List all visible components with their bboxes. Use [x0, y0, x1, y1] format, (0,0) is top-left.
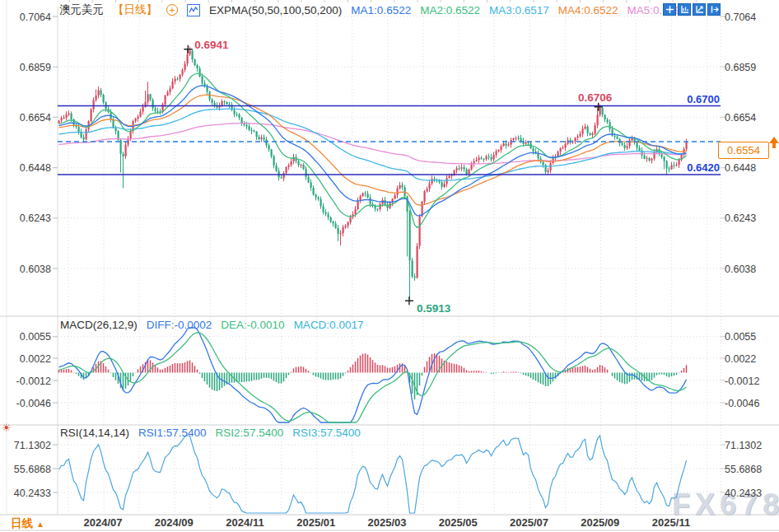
indicator-window-icon[interactable]	[678, 3, 691, 16]
svg-text:-0.0012: -0.0012	[725, 376, 759, 387]
rsi1-value: RSI1:57.5400	[138, 427, 207, 439]
svg-text:0.6654: 0.6654	[20, 112, 51, 124]
ma1-value: MA1:0.6522	[351, 4, 411, 16]
candles-layer	[58, 47, 688, 300]
rsi-legend: RSI(14,14,14) RSI1:57.5400 RSI2:57.5400 …	[60, 427, 361, 439]
svg-text:0.5913: 0.5913	[417, 302, 451, 315]
add-overlay-icon[interactable]: +	[166, 4, 178, 16]
svg-text:0.6038: 0.6038	[20, 264, 51, 275]
svg-text:2025/03: 2025/03	[368, 516, 407, 529]
labels-layer: 0.67000.64200.69410.67060.59130.70640.70…	[14, 12, 779, 530]
svg-text:0.6420: 0.6420	[687, 161, 720, 174]
ma3-value: MA3:0.6517	[489, 4, 549, 16]
rsi2-value: RSI2:57.5400	[216, 427, 284, 439]
svg-text:0.0055: 0.0055	[20, 331, 51, 343]
svg-text:0.6243: 0.6243	[20, 212, 51, 224]
crosshair-tool-icon[interactable]	[663, 3, 676, 16]
collapse-panel-icon[interactable]	[707, 3, 721, 16]
svg-text:0.6941: 0.6941	[194, 39, 229, 51]
footer-timeframe-button[interactable]: 日线 ▲	[11, 516, 44, 531]
chart-canvas[interactable]: 0.67000.64200.69410.67060.59130.70640.70…	[0, 0, 779, 532]
svg-text:0.6706: 0.6706	[578, 91, 613, 104]
svg-text:2025/11: 2025/11	[652, 516, 690, 529]
svg-text:0.0055: 0.0055	[725, 331, 756, 343]
chart-window: FX678 0.67000.64200.69410.67060.59130.70…	[0, 0, 779, 532]
footer-timeframe-label: 日线	[11, 516, 33, 531]
svg-text:-0.0046: -0.0046	[16, 398, 51, 409]
timeframe-label[interactable]: 【日线】	[113, 2, 157, 17]
header-legend: 澳元美元 【日线】 + EXPMA(50,50,100,50,200) MA1:…	[59, 2, 687, 17]
svg-text:2025/01: 2025/01	[296, 516, 335, 529]
rsi3-value: RSI3:57.5400	[292, 427, 361, 439]
svg-text:40.2433: 40.2433	[725, 488, 762, 499]
svg-text:55.6868: 55.6868	[725, 464, 762, 475]
svg-text:-0.0046: -0.0046	[725, 398, 759, 409]
svg-text:0.6859: 0.6859	[725, 62, 756, 73]
indicator-panels-layer	[59, 328, 687, 513]
svg-text:0.6243: 0.6243	[725, 212, 756, 224]
zigzag-glyph	[189, 6, 198, 14]
macd-dea-value: DEA:-0.0010	[221, 319, 284, 331]
svg-text:2025/05: 2025/05	[439, 516, 478, 529]
svg-text:71.1302: 71.1302	[725, 440, 762, 451]
macd-diff-value: DIFF:-0.0002	[147, 319, 212, 331]
svg-text:0.0022: 0.0022	[725, 353, 756, 365]
indicator-chart-icon[interactable]	[187, 4, 200, 16]
svg-text:0.6654: 0.6654	[725, 112, 756, 124]
chart-toolbar	[663, 3, 721, 16]
grid-layer	[0, 0, 779, 530]
ma2-value: MA2:0.6522	[420, 4, 480, 16]
svg-text:0.6700: 0.6700	[687, 93, 720, 105]
axis-scale-icon[interactable]	[693, 3, 706, 16]
svg-text:2024/07: 2024/07	[84, 516, 123, 529]
svg-text:0.6448: 0.6448	[725, 162, 756, 174]
svg-text:2025/09: 2025/09	[581, 516, 619, 529]
svg-text:0.6448: 0.6448	[20, 162, 51, 174]
svg-text:40.2433: 40.2433	[14, 488, 51, 499]
svg-text:2024/09: 2024/09	[155, 516, 194, 529]
svg-text:-0.0012: -0.0012	[16, 376, 51, 387]
svg-text:0.7064: 0.7064	[20, 12, 51, 23]
rsi-title: RSI(14,14,14)	[60, 427, 129, 439]
svg-text:55.6868: 55.6868	[14, 464, 51, 475]
svg-text:0.6038: 0.6038	[725, 264, 756, 275]
caret-up-icon: ▲	[36, 520, 44, 529]
ma4-value: MA4:0.6522	[558, 4, 618, 16]
svg-text:2025/07: 2025/07	[510, 516, 548, 529]
svg-text:71.1302: 71.1302	[14, 440, 51, 451]
macd-legend: MACD(26,12,9) DIFF:-0.0002 DEA:-0.0010 M…	[60, 319, 363, 331]
svg-text:0.0022: 0.0022	[20, 353, 51, 365]
svg-text:2024/11: 2024/11	[226, 516, 264, 529]
macd-title: MACD(26,12,9)	[60, 319, 138, 331]
sun-settings-icon[interactable]: ☀	[2, 422, 12, 434]
svg-text:0.6859: 0.6859	[20, 62, 51, 73]
expma-indicator-label: EXPMA(50,50,100,50,200)	[209, 4, 342, 16]
svg-text:0.7064: 0.7064	[725, 12, 756, 23]
macd-macd-value: MACD:0.0017	[294, 319, 364, 331]
symbol-name: 澳元美元	[59, 2, 104, 17]
current-price-tag: 0.6554	[718, 142, 769, 159]
